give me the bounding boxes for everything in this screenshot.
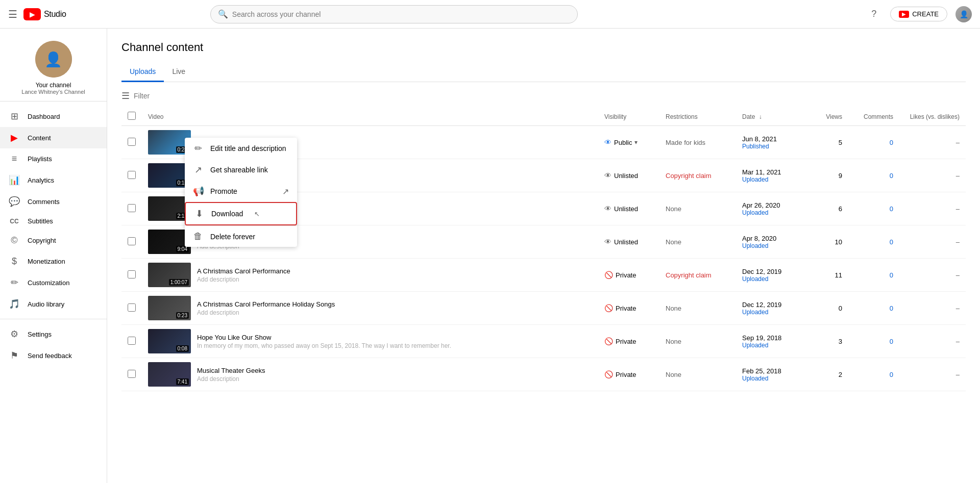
sidebar-item-copyright[interactable]: © Copyright xyxy=(0,230,107,251)
comments-cell: 0 xyxy=(848,292,899,325)
sidebar-item-playlists[interactable]: ≡ Playlists xyxy=(0,148,107,169)
tab-live[interactable]: Live xyxy=(164,62,193,82)
sidebar: 👤 Your channel Lance Whitney's Channel ⊞… xyxy=(0,29,107,483)
col-header-date[interactable]: Date ↓ xyxy=(736,108,807,126)
ctx-promote[interactable]: 📢 Promote ↗ xyxy=(185,181,297,202)
table-row: 1:00:07 A Christmas Carol Performance Ad… xyxy=(121,259,966,292)
video-thumbnail[interactable]: 0:23 xyxy=(148,296,191,320)
row-checkbox[interactable] xyxy=(128,171,136,179)
row-checkbox[interactable] xyxy=(128,204,136,212)
video-thumbnail[interactable]: 1:00:07 xyxy=(148,263,191,287)
ctx-download[interactable]: ⬇ Download ↖ xyxy=(185,202,297,225)
sidebar-item-monetization[interactable]: $ Monetization xyxy=(0,251,107,272)
table-row: 0:08 Hope You Like Our Show In memory of… xyxy=(121,325,966,358)
comments-icon: 💬 xyxy=(8,196,20,207)
video-title: Hope You Like Our Show xyxy=(197,334,451,341)
row-checkbox-cell xyxy=(121,292,142,325)
avatar[interactable]: 👤 xyxy=(955,6,972,22)
views-cell: 0 xyxy=(807,292,848,325)
video-thumbnail[interactable]: 0:08 xyxy=(148,329,191,353)
sidebar-item-subtitles[interactable]: CC Subtitles xyxy=(0,212,107,230)
copyright-icon: © xyxy=(8,235,20,246)
restriction-text: Copyright claim xyxy=(666,271,712,279)
restriction-cell: Made for kids xyxy=(659,126,736,159)
ctx-delete[interactable]: 🗑 Delete forever xyxy=(185,226,297,247)
row-checkbox[interactable] xyxy=(128,370,136,378)
comments-cell: 0 xyxy=(848,126,899,159)
views-cell: 11 xyxy=(807,259,848,292)
views-cell: 9 xyxy=(807,159,848,192)
create-button[interactable]: ▶ CREATE xyxy=(890,7,947,21)
sidebar-item-analytics[interactable]: 📊 Analytics xyxy=(0,169,107,191)
sidebar-item-content[interactable]: ▶ Content xyxy=(0,127,107,148)
sidebar-item-label: Customization xyxy=(28,279,69,287)
date-status: Uploaded xyxy=(742,342,801,349)
views-count: 6 xyxy=(814,205,842,213)
video-info: Musical Theater Geeks Add description xyxy=(197,367,265,383)
date-main: Jun 8, 2021 xyxy=(742,135,801,143)
date-main: Dec 12, 2019 xyxy=(742,301,801,309)
restriction-cell: Copyright claim xyxy=(659,259,736,292)
visibility-text: Public xyxy=(614,139,632,146)
filter-input[interactable] xyxy=(134,92,223,100)
row-checkbox[interactable] xyxy=(128,237,136,245)
channel-info: 👤 Your channel Lance Whitney's Channel xyxy=(0,33,107,101)
ctx-edit[interactable]: ✏ Edit title and description xyxy=(185,138,297,159)
date-status: Uploaded xyxy=(742,242,801,249)
date-cell: Sep 19, 2018 Uploaded xyxy=(736,325,807,358)
sidebar-item-dashboard[interactable]: ⊞ Dashboard xyxy=(0,106,107,127)
comments-count: 0 xyxy=(854,304,893,312)
visibility-dropdown-icon[interactable]: ▾ xyxy=(634,139,638,146)
sidebar-item-feedback[interactable]: ⚑ Send feedback xyxy=(0,345,107,366)
sidebar-item-settings[interactable]: ⚙ Settings xyxy=(0,323,107,345)
channel-avatar[interactable]: 👤 xyxy=(35,41,72,78)
row-checkbox[interactable] xyxy=(128,303,136,312)
visibility-cell: 👁 Unlisted xyxy=(598,192,659,225)
visibility-cell: 🚫 Private xyxy=(598,259,659,292)
video-description: Add description xyxy=(197,375,265,383)
download-icon: ⬇ xyxy=(194,208,204,219)
likes-cell: – xyxy=(899,259,966,292)
sidebar-item-audio-library[interactable]: 🎵 Audio library xyxy=(0,293,107,315)
filter-bar: ☰ xyxy=(121,90,966,101)
dashboard-icon: ⊞ xyxy=(8,111,20,122)
subtitles-icon: CC xyxy=(8,218,20,225)
video-description: Add description xyxy=(197,276,290,283)
sidebar-item-label: Copyright xyxy=(28,237,56,244)
nav-right: ? ▶ CREATE 👤 xyxy=(866,6,972,22)
avatar-image: 👤 xyxy=(955,6,972,22)
search-input[interactable] xyxy=(232,10,570,18)
views-count: 3 xyxy=(814,338,842,345)
sidebar-item-customization[interactable]: ✏ Customization xyxy=(0,272,107,293)
col-header-restrictions: Restrictions xyxy=(659,108,736,126)
restriction-cell: None xyxy=(659,358,736,391)
video-duration: 7:41 xyxy=(176,378,189,385)
row-checkbox[interactable] xyxy=(128,337,136,345)
logo[interactable]: Studio xyxy=(23,8,66,20)
sidebar-item-label: Settings xyxy=(28,331,52,338)
views-count: 10 xyxy=(814,238,842,246)
video-thumbnail[interactable]: 7:41 xyxy=(148,362,191,387)
row-checkbox[interactable] xyxy=(128,138,136,146)
hamburger-icon[interactable]: ☰ xyxy=(8,8,17,20)
select-all-checkbox[interactable] xyxy=(128,112,136,120)
sidebar-item-comments[interactable]: 💬 Comments xyxy=(0,191,107,212)
video-title: A Christmas Carol Performance Holiday So… xyxy=(197,300,335,308)
help-button[interactable]: ? xyxy=(866,6,882,22)
visibility-text: Unlisted xyxy=(614,205,638,213)
video-info: A Christmas Carol Performance Add descri… xyxy=(197,267,290,283)
views-count: 0 xyxy=(814,304,842,312)
views-count: 2 xyxy=(814,371,842,378)
visibility-icon: 👁 xyxy=(604,205,611,213)
audio-library-icon: 🎵 xyxy=(8,298,20,310)
sidebar-item-label: Content xyxy=(28,134,51,142)
row-checkbox[interactable] xyxy=(128,270,136,278)
ctx-share[interactable]: ↗ Get shareable link xyxy=(185,159,297,181)
col-header-visibility: Visibility xyxy=(598,108,659,126)
tab-uploads[interactable]: Uploads xyxy=(121,62,164,82)
video-duration: 0:23 xyxy=(176,312,189,319)
comments-count: 0 xyxy=(854,371,893,378)
date-status: Uploaded xyxy=(742,176,801,183)
likes-cell: – xyxy=(899,126,966,159)
playlists-icon: ≡ xyxy=(8,154,20,164)
